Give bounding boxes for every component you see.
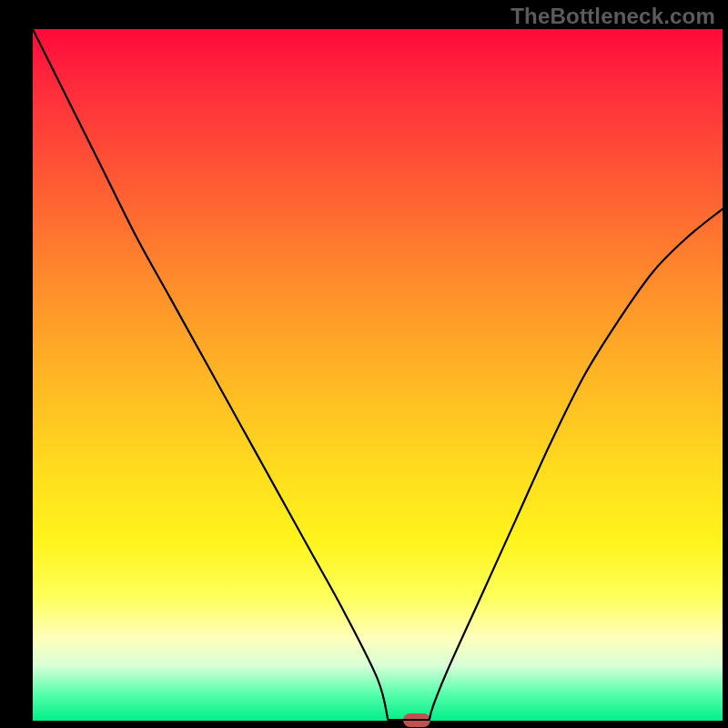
watermark-text: TheBottleneck.com: [511, 4, 715, 29]
plot-area: [33, 29, 723, 721]
bottleneck-curve: [33, 29, 723, 721]
chart-frame: TheBottleneck.com: [0, 0, 728, 728]
